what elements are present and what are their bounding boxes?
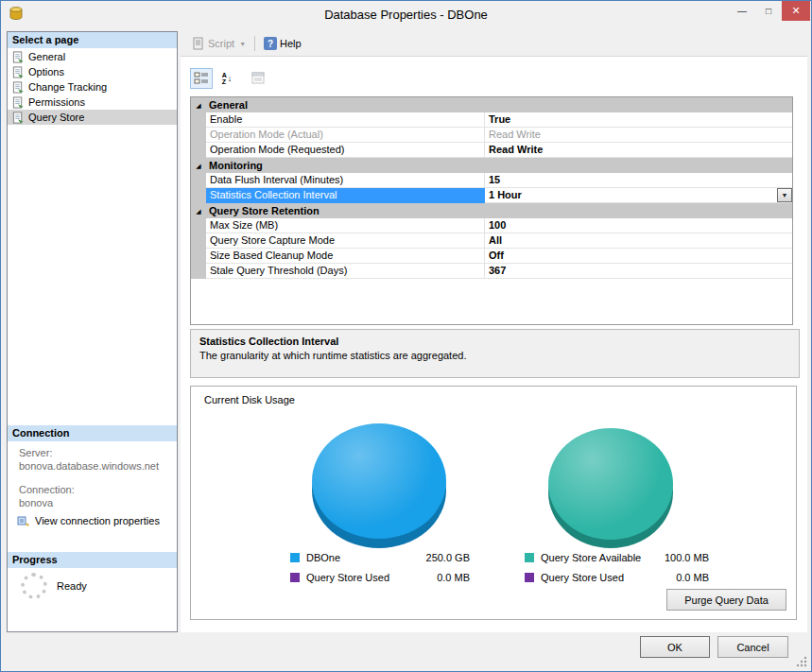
toolbar-separator	[254, 36, 255, 51]
collapse-icon[interactable]: ◢	[196, 208, 200, 215]
property-pages-button[interactable]	[247, 68, 269, 89]
legend-item: Query Store Used 0.0 MB	[525, 572, 709, 583]
legend-label: Query Store Used	[306, 572, 437, 583]
collapse-icon[interactable]: ◢	[196, 102, 200, 109]
page-icon	[11, 66, 25, 78]
query-store-pie-chart	[548, 428, 673, 548]
chevron-down-icon: ▼	[782, 188, 788, 202]
script-button[interactable]: Script ▼	[188, 35, 250, 52]
property-label[interactable]: Statistics Collection Interval	[206, 188, 485, 203]
grid-row-capture-mode[interactable]: Query Store Capture Mode All	[191, 233, 792, 249]
legend-swatch	[290, 553, 300, 562]
property-description-pane: Statistics Collection Interval The granu…	[190, 329, 800, 378]
legend-label: DBOne	[306, 552, 426, 563]
property-value[interactable]: 15	[485, 173, 792, 188]
collapse-icon[interactable]: ◢	[196, 163, 200, 169]
close-button[interactable]: ✕	[782, 1, 810, 21]
property-value[interactable]: 1 Hour ▼	[485, 188, 792, 203]
property-value[interactable]: Off	[485, 249, 792, 264]
maximize-button[interactable]: □	[755, 1, 782, 21]
property-label[interactable]: Enable	[206, 112, 485, 128]
property-label[interactable]: Size Based Cleanup Mode	[206, 249, 485, 264]
property-value[interactable]: True	[485, 112, 792, 128]
help-button[interactable]: ? Help	[260, 35, 305, 52]
sidebar-item-label: Query Store	[28, 112, 84, 123]
grid-category-query-store-retention[interactable]: ◢ Query Store Retention	[191, 203, 792, 218]
select-a-page-header: Select a page	[8, 32, 177, 48]
property-label[interactable]: Query Store Capture Mode	[206, 233, 485, 249]
current-disk-usage-group: Current Disk Usage DBOne 250.0 GB Query …	[190, 386, 797, 620]
sidebar-item-general[interactable]: General	[8, 49, 177, 64]
server-label: Server:	[19, 447, 52, 458]
sidebar-item-label: Change Tracking	[28, 81, 107, 93]
property-value: Read Write	[485, 128, 792, 143]
legend-value: 250.0 GB	[426, 552, 470, 563]
property-value[interactable]: 367	[485, 264, 792, 279]
property-label[interactable]: Stale Query Threshold (Days)	[206, 264, 485, 279]
grid-row-operation-mode-requested[interactable]: Operation Mode (Requested) Read Write	[191, 143, 792, 158]
alphabetical-sort-button[interactable]: AZ ↓	[216, 68, 238, 89]
property-label[interactable]: Max Size (MB)	[206, 218, 485, 233]
connection-label: Connection:	[19, 484, 75, 495]
sidebar-item-options[interactable]: Options	[8, 64, 177, 79]
sidebar-item-label: Options	[28, 66, 64, 78]
property-value[interactable]: 100	[485, 218, 792, 233]
legend-item: Query Store Used 0.0 MB	[290, 572, 470, 583]
grid-row-max-size[interactable]: Max Size (MB) 100	[191, 218, 792, 233]
cancel-button[interactable]: Cancel	[717, 636, 788, 658]
sidebar: Select a page General Options Change Tra…	[7, 31, 178, 632]
grid-category-monitoring[interactable]: ◢ Monitoring	[191, 158, 792, 173]
property-grid: ◢ General Enable True Operation Mode (Ac…	[190, 96, 793, 325]
grid-row-enable[interactable]: Enable True	[191, 112, 792, 128]
legend-value: 0.0 MB	[676, 572, 709, 583]
legend-swatch	[525, 553, 534, 562]
pie-top	[548, 428, 673, 540]
grid-row-stale-query-threshold[interactable]: Stale Query Threshold (Days) 367	[191, 264, 792, 279]
window-title: Database Properties - DBOne	[1, 8, 811, 22]
grid-row-size-based-cleanup[interactable]: Size Based Cleanup Mode Off	[191, 249, 792, 264]
connection-properties-icon	[17, 514, 30, 527]
group-title: Current Disk Usage	[204, 394, 295, 405]
sidebar-item-permissions[interactable]: Permissions	[8, 95, 177, 110]
sidebar-item-change-tracking[interactable]: Change Tracking	[8, 79, 177, 95]
legend-swatch	[290, 573, 300, 582]
script-label: Script	[208, 38, 234, 49]
grid-row-operation-mode-actual[interactable]: Operation Mode (Actual) Read Write	[191, 128, 792, 143]
progress-spinner-icon	[21, 573, 47, 599]
chevron-down-icon: ▼	[237, 41, 246, 47]
help-label: Help	[280, 38, 302, 49]
progress-header: Progress	[8, 552, 177, 568]
category-label: Query Store Retention	[206, 203, 320, 218]
sidebar-item-label: General	[28, 51, 65, 62]
resize-grip[interactable]	[795, 655, 808, 668]
grid-row-statistics-collection-interval[interactable]: Statistics Collection Interval 1 Hour ▼	[191, 188, 792, 203]
sidebar-item-query-store[interactable]: Query Store	[8, 110, 177, 125]
property-label[interactable]: Data Flush Interval (Minutes)	[206, 173, 485, 188]
minimize-button[interactable]: —	[729, 1, 755, 21]
description-title: Statistics Collection Interval	[199, 336, 790, 347]
title-bar: Database Properties - DBOne — □ ✕	[1, 1, 811, 29]
property-label[interactable]: Operation Mode (Requested)	[206, 143, 485, 158]
ok-button[interactable]: OK	[640, 636, 710, 658]
script-icon	[192, 37, 205, 50]
property-value[interactable]: All	[485, 233, 792, 249]
property-label[interactable]: Operation Mode (Actual)	[206, 128, 485, 143]
dialog-window: Database Properties - DBOne — □ ✕ Select…	[0, 0, 812, 672]
legend-item: DBOne 250.0 GB	[290, 552, 470, 563]
page-icon	[11, 51, 25, 63]
grid-row-data-flush-interval[interactable]: Data Flush Interval (Minutes) 15	[191, 173, 792, 188]
categorized-button[interactable]	[190, 68, 213, 89]
view-connection-properties-label: View connection properties	[35, 515, 160, 526]
category-label: Monitoring	[206, 158, 263, 173]
dropdown-button[interactable]: ▼	[777, 188, 792, 202]
sidebar-item-label: Permissions	[28, 96, 85, 108]
dialog-toolbar: Script ▼ ? Help	[181, 31, 807, 56]
legend-value: 100.0 MB	[665, 552, 709, 563]
connection-value: bonova	[19, 497, 53, 508]
grid-category-general[interactable]: ◢ General	[191, 97, 792, 112]
purge-query-data-button[interactable]: Purge Query Data	[666, 589, 786, 611]
property-value[interactable]: Read Write	[485, 143, 792, 158]
down-arrow-icon: ↓	[228, 74, 233, 83]
pie-top	[312, 423, 446, 539]
view-connection-properties-link[interactable]: View connection properties	[17, 514, 160, 527]
